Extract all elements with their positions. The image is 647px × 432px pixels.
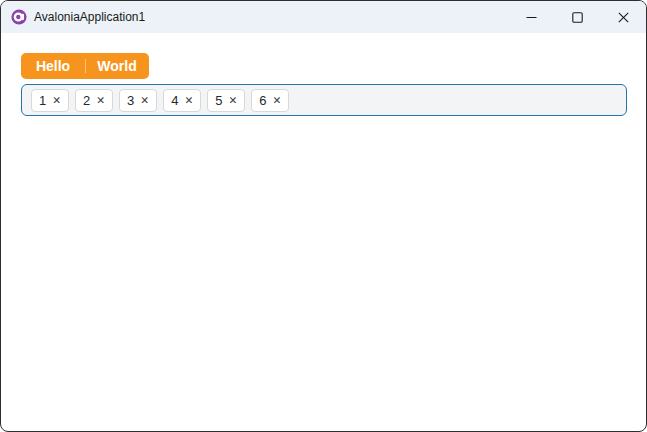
close-x-icon: ✕ <box>272 94 281 106</box>
chip-remove-button[interactable]: ✕ <box>272 95 281 106</box>
chip-remove-button[interactable]: ✕ <box>140 95 149 106</box>
close-button[interactable] <box>600 1 646 33</box>
chip-3: 3 ✕ <box>119 89 157 112</box>
close-x-icon: ✕ <box>96 94 105 106</box>
chip-2: 2 ✕ <box>75 89 113 112</box>
close-x-icon: ✕ <box>228 94 237 106</box>
chip-label: 1 <box>39 93 46 108</box>
chip-4: 4 ✕ <box>163 89 201 112</box>
tab-strip: Hello World <box>21 53 149 79</box>
title-bar: AvaloniaApplication1 <box>1 1 646 33</box>
chip-remove-button[interactable]: ✕ <box>228 95 237 106</box>
app-window: AvaloniaApplication1 <box>0 0 647 432</box>
tab-label: Hello <box>36 58 70 74</box>
tab-label: World <box>97 58 136 74</box>
close-x-icon: ✕ <box>52 94 61 106</box>
chip-label: 5 <box>215 93 222 108</box>
chip-remove-button[interactable]: ✕ <box>96 95 105 106</box>
close-x-icon: ✕ <box>184 94 193 106</box>
tag-input-box[interactable]: 1 ✕ 2 ✕ 3 ✕ <box>21 84 627 116</box>
caption-buttons <box>508 1 646 33</box>
window-title: AvaloniaApplication1 <box>34 10 145 24</box>
chip-5: 5 ✕ <box>207 89 245 112</box>
avalonia-logo-icon <box>11 9 27 25</box>
maximize-icon <box>572 12 583 23</box>
tab-world[interactable]: World <box>85 53 149 79</box>
client-area: Hello World 1 ✕ 2 <box>1 33 646 116</box>
chip-label: 6 <box>259 93 266 108</box>
tab-hello[interactable]: Hello <box>21 53 85 79</box>
chip-label: 3 <box>127 93 134 108</box>
minimize-icon <box>526 12 537 23</box>
chip-label: 4 <box>171 93 178 108</box>
close-icon <box>618 12 629 23</box>
minimize-button[interactable] <box>508 1 554 33</box>
chip-6: 6 ✕ <box>251 89 289 112</box>
chip-remove-button[interactable]: ✕ <box>52 95 61 106</box>
chip-label: 2 <box>83 93 90 108</box>
close-x-icon: ✕ <box>140 94 149 106</box>
maximize-button[interactable] <box>554 1 600 33</box>
chip-1: 1 ✕ <box>31 89 69 112</box>
chip-remove-button[interactable]: ✕ <box>184 95 193 106</box>
